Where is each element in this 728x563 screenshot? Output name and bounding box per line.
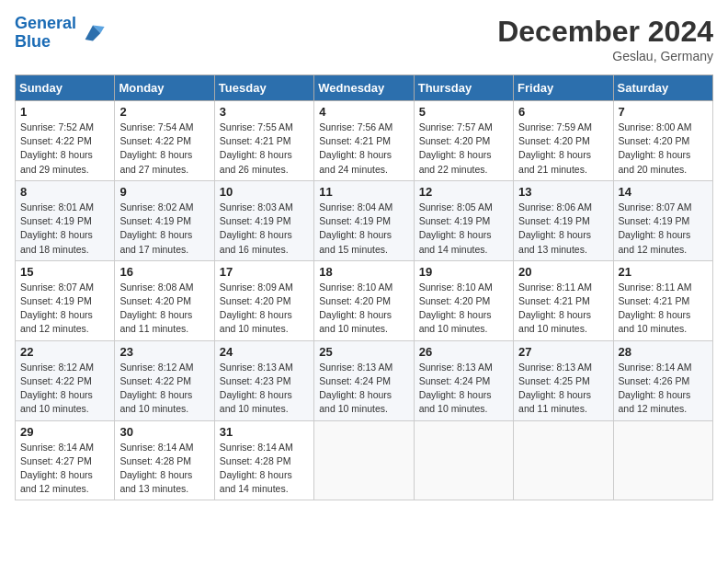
day-number: 23 bbox=[119, 345, 209, 359]
day-number: 22 bbox=[20, 345, 109, 359]
day-info: Sunrise: 7:56 AMSunset: 4:21 PMDaylight:… bbox=[319, 121, 392, 175]
day-info: Sunrise: 8:03 AMSunset: 4:19 PMDaylight:… bbox=[220, 201, 293, 255]
day-number: 13 bbox=[518, 185, 608, 199]
page-header: General Blue December 2024 Geslau, Germa… bbox=[15, 15, 713, 63]
calendar-cell: 12 Sunrise: 8:05 AMSunset: 4:19 PMDaylig… bbox=[414, 180, 513, 260]
day-info: Sunrise: 8:09 AMSunset: 4:20 PMDaylight:… bbox=[220, 282, 293, 335]
weekday-header-wednesday: Wednesday bbox=[314, 75, 414, 101]
day-number: 29 bbox=[20, 425, 109, 439]
day-number: 11 bbox=[319, 185, 408, 199]
calendar-week-row: 1 Sunrise: 7:52 AMSunset: 4:22 PMDayligh… bbox=[16, 101, 713, 181]
day-info: Sunrise: 8:11 AMSunset: 4:21 PMDaylight:… bbox=[619, 282, 692, 335]
day-number: 28 bbox=[619, 345, 708, 359]
day-info: Sunrise: 8:14 AMSunset: 4:26 PMDaylight:… bbox=[619, 362, 692, 415]
day-info: Sunrise: 8:07 AMSunset: 4:19 PMDaylight:… bbox=[20, 282, 94, 335]
calendar-cell: 26 Sunrise: 8:13 AMSunset: 4:24 PMDaylig… bbox=[414, 340, 513, 420]
day-info: Sunrise: 8:11 AMSunset: 4:21 PMDaylight:… bbox=[518, 282, 592, 335]
day-info: Sunrise: 8:00 AMSunset: 4:20 PMDaylight:… bbox=[619, 121, 692, 175]
calendar-cell: 21 Sunrise: 8:11 AMSunset: 4:21 PMDaylig… bbox=[613, 260, 712, 340]
calendar-cell bbox=[414, 420, 513, 500]
day-info: Sunrise: 7:52 AMSunset: 4:22 PMDaylight:… bbox=[20, 121, 94, 175]
day-info: Sunrise: 8:12 AMSunset: 4:22 PMDaylight:… bbox=[119, 362, 193, 415]
calendar-cell: 18 Sunrise: 8:10 AMSunset: 4:20 PMDaylig… bbox=[314, 260, 414, 340]
day-number: 10 bbox=[220, 185, 309, 199]
day-info: Sunrise: 8:02 AMSunset: 4:19 PMDaylight:… bbox=[119, 201, 193, 255]
day-info: Sunrise: 8:10 AMSunset: 4:20 PMDaylight:… bbox=[319, 282, 392, 335]
day-number: 4 bbox=[319, 105, 408, 119]
day-number: 26 bbox=[419, 345, 508, 359]
day-number: 8 bbox=[20, 185, 109, 199]
day-number: 20 bbox=[518, 265, 608, 279]
day-info: Sunrise: 7:59 AMSunset: 4:20 PMDaylight:… bbox=[518, 121, 592, 175]
weekday-header-row: SundayMondayTuesdayWednesdayThursdayFrid… bbox=[16, 75, 713, 101]
day-info: Sunrise: 8:13 AMSunset: 4:24 PMDaylight:… bbox=[419, 362, 493, 415]
calendar-table: SundayMondayTuesdayWednesdayThursdayFrid… bbox=[15, 75, 713, 500]
calendar-cell: 4 Sunrise: 7:56 AMSunset: 4:21 PMDayligh… bbox=[314, 101, 414, 181]
day-info: Sunrise: 8:14 AMSunset: 4:28 PMDaylight:… bbox=[119, 442, 193, 495]
weekday-header-monday: Monday bbox=[115, 75, 214, 101]
calendar-cell: 20 Sunrise: 8:11 AMSunset: 4:21 PMDaylig… bbox=[514, 260, 613, 340]
weekday-header-friday: Friday bbox=[514, 75, 613, 101]
day-number: 2 bbox=[119, 105, 209, 119]
calendar-cell: 2 Sunrise: 7:54 AMSunset: 4:22 PMDayligh… bbox=[115, 101, 214, 181]
calendar-cell bbox=[314, 420, 414, 500]
weekday-header-thursday: Thursday bbox=[414, 75, 513, 101]
day-info: Sunrise: 8:05 AMSunset: 4:19 PMDaylight:… bbox=[419, 201, 493, 255]
day-info: Sunrise: 8:14 AMSunset: 4:27 PMDaylight:… bbox=[20, 442, 94, 495]
day-number: 17 bbox=[220, 265, 309, 279]
calendar-cell: 19 Sunrise: 8:10 AMSunset: 4:20 PMDaylig… bbox=[414, 260, 513, 340]
day-number: 27 bbox=[518, 345, 608, 359]
calendar-cell: 30 Sunrise: 8:14 AMSunset: 4:28 PMDaylig… bbox=[115, 420, 214, 500]
day-number: 1 bbox=[20, 105, 109, 119]
calendar-cell: 22 Sunrise: 8:12 AMSunset: 4:22 PMDaylig… bbox=[16, 340, 115, 420]
calendar-cell: 13 Sunrise: 8:06 AMSunset: 4:19 PMDaylig… bbox=[514, 180, 613, 260]
calendar-cell: 17 Sunrise: 8:09 AMSunset: 4:20 PMDaylig… bbox=[214, 260, 313, 340]
calendar-week-row: 15 Sunrise: 8:07 AMSunset: 4:19 PMDaylig… bbox=[16, 260, 713, 340]
day-number: 18 bbox=[319, 265, 408, 279]
calendar-cell: 5 Sunrise: 7:57 AMSunset: 4:20 PMDayligh… bbox=[414, 101, 513, 181]
day-number: 9 bbox=[119, 185, 209, 199]
calendar-cell: 7 Sunrise: 8:00 AMSunset: 4:20 PMDayligh… bbox=[613, 101, 712, 181]
location: Geslau, Germany bbox=[497, 49, 713, 63]
calendar-cell: 31 Sunrise: 8:14 AMSunset: 4:28 PMDaylig… bbox=[214, 420, 313, 500]
calendar-cell: 25 Sunrise: 8:13 AMSunset: 4:24 PMDaylig… bbox=[314, 340, 414, 420]
logo-icon bbox=[80, 20, 106, 46]
calendar-cell: 23 Sunrise: 8:12 AMSunset: 4:22 PMDaylig… bbox=[115, 340, 214, 420]
calendar-cell: 16 Sunrise: 8:08 AMSunset: 4:20 PMDaylig… bbox=[115, 260, 214, 340]
weekday-header-saturday: Saturday bbox=[613, 75, 712, 101]
calendar-cell bbox=[514, 420, 613, 500]
day-info: Sunrise: 8:06 AMSunset: 4:19 PMDaylight:… bbox=[518, 201, 592, 255]
calendar-cell: 28 Sunrise: 8:14 AMSunset: 4:26 PMDaylig… bbox=[613, 340, 712, 420]
day-info: Sunrise: 8:04 AMSunset: 4:19 PMDaylight:… bbox=[319, 201, 392, 255]
calendar-week-row: 29 Sunrise: 8:14 AMSunset: 4:27 PMDaylig… bbox=[16, 420, 713, 500]
month-title: December 2024 bbox=[497, 15, 713, 49]
day-number: 24 bbox=[220, 345, 309, 359]
day-info: Sunrise: 8:12 AMSunset: 4:22 PMDaylight:… bbox=[20, 362, 94, 415]
day-number: 12 bbox=[419, 185, 508, 199]
day-info: Sunrise: 7:57 AMSunset: 4:20 PMDaylight:… bbox=[419, 121, 493, 175]
day-info: Sunrise: 8:01 AMSunset: 4:19 PMDaylight:… bbox=[20, 201, 94, 255]
day-number: 7 bbox=[619, 105, 708, 119]
day-number: 21 bbox=[619, 265, 708, 279]
calendar-cell: 1 Sunrise: 7:52 AMSunset: 4:22 PMDayligh… bbox=[16, 101, 115, 181]
day-number: 30 bbox=[119, 425, 209, 439]
logo-text: General Blue bbox=[15, 15, 76, 52]
calendar-cell: 15 Sunrise: 8:07 AMSunset: 4:19 PMDaylig… bbox=[16, 260, 115, 340]
day-number: 3 bbox=[220, 105, 309, 119]
calendar-cell: 24 Sunrise: 8:13 AMSunset: 4:23 PMDaylig… bbox=[214, 340, 313, 420]
calendar-cell: 11 Sunrise: 8:04 AMSunset: 4:19 PMDaylig… bbox=[314, 180, 414, 260]
title-block: December 2024 Geslau, Germany bbox=[497, 15, 713, 63]
weekday-header-tuesday: Tuesday bbox=[214, 75, 313, 101]
calendar-cell: 3 Sunrise: 7:55 AMSunset: 4:21 PMDayligh… bbox=[214, 101, 313, 181]
day-number: 14 bbox=[619, 185, 708, 199]
calendar-cell bbox=[613, 420, 712, 500]
calendar-week-row: 8 Sunrise: 8:01 AMSunset: 4:19 PMDayligh… bbox=[16, 180, 713, 260]
calendar-cell: 9 Sunrise: 8:02 AMSunset: 4:19 PMDayligh… bbox=[115, 180, 214, 260]
calendar-week-row: 22 Sunrise: 8:12 AMSunset: 4:22 PMDaylig… bbox=[16, 340, 713, 420]
calendar-cell: 6 Sunrise: 7:59 AMSunset: 4:20 PMDayligh… bbox=[514, 101, 613, 181]
day-number: 31 bbox=[220, 425, 309, 439]
day-number: 15 bbox=[20, 265, 109, 279]
day-number: 16 bbox=[119, 265, 209, 279]
calendar-cell: 14 Sunrise: 8:07 AMSunset: 4:19 PMDaylig… bbox=[613, 180, 712, 260]
calendar-cell: 10 Sunrise: 8:03 AMSunset: 4:19 PMDaylig… bbox=[214, 180, 313, 260]
